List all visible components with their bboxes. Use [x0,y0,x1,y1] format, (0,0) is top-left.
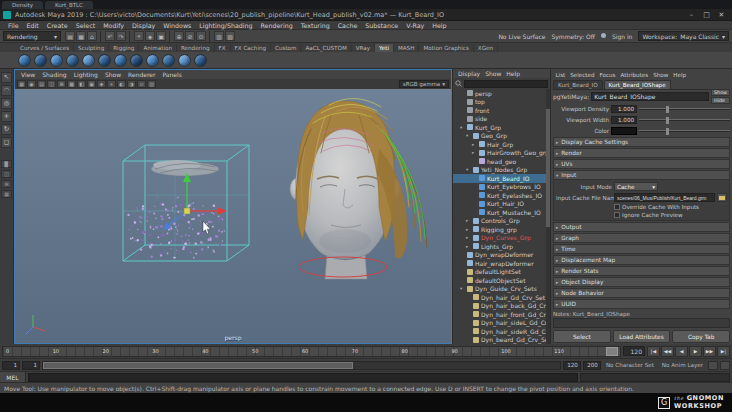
layout-shortcut-button[interactable]: ⊞ [1,180,12,188]
panel-menu-item[interactable]: Lighting [71,71,101,78]
panel-menu-item[interactable]: Shading [39,71,69,78]
menu-item[interactable]: Substance [361,22,402,29]
status-icon[interactable]: ⌖ [134,31,144,41]
layout-shortcut-button[interactable]: ▦ [1,190,12,198]
outliner-item[interactable]: top [453,98,550,107]
status-icon[interactable] [209,31,210,42]
shelf-tab[interactable]: FX Caching [231,44,271,52]
expand-arrow-icon[interactable]: ▸ [466,218,471,223]
attribute-section-header[interactable]: ▸ Graph [553,233,730,243]
attribute-editor-menu-item[interactable]: Help [671,72,689,78]
attribute-section-header[interactable]: ▸ Display Cache Settings [553,137,730,147]
command-language-toggle[interactable]: MEL [0,372,26,383]
menu-item[interactable]: Lighting/Shading [195,22,256,29]
attribute-section-header[interactable]: ▸ Object Display [553,277,730,287]
outliner-item[interactable]: Kurt_Eyebrows_IO [453,183,550,192]
node-tab[interactable]: Kurt_Beard_IOShape [604,80,671,89]
viewport-toolbar-icon[interactable]: ▩ [67,80,76,88]
color-swatch[interactable] [611,127,637,135]
viewport-toolbar-icon[interactable]: ◐ [117,80,126,88]
auto-key-icon[interactable] [708,361,718,370]
viewport-toolbar-icon[interactable]: ◧ [77,80,86,88]
shelf-tool-icon[interactable] [146,54,159,67]
shelf-tool-icon[interactable] [178,54,191,67]
shelf-tab[interactable]: Motion Graphics [419,44,473,52]
expand-arrow-icon[interactable]: ▸ [472,150,477,155]
attribute-editor-button[interactable]: Load Attributes [613,330,671,343]
status-icon[interactable]: ↶ [105,31,115,41]
attribute-section-header[interactable]: ▸ Node Behavior [553,288,730,298]
browser-tab[interactable]: Density [2,1,43,9]
viewport-toolbar-icon[interactable]: ⊙ [137,80,146,88]
attribute-editor-menu-item[interactable]: Attributes [618,72,651,78]
outliner-item[interactable]: ▾ Dyn_Guide_Crv_Sets [453,285,550,294]
viewport-toolbar-icon[interactable]: ▣ [87,80,96,88]
shelf-tab[interactable]: Animation [139,44,177,52]
menu-item[interactable]: Cache [334,22,362,29]
shelf-tab[interactable]: XGen [474,44,498,52]
viewport-toolbar-icon[interactable]: ◫ [47,80,56,88]
status-icon[interactable]: ▤ [65,31,75,41]
viewport-toolbar-icon[interactable]: ⌖ [107,80,116,88]
menu-item[interactable]: Select [72,22,99,29]
shelf-tab[interactable]: Curves / Surfaces [16,44,74,52]
outliner-item[interactable]: Dyn_wrapDeformer [453,251,550,260]
status-icon[interactable]: ⊘ [185,31,195,41]
show-button[interactable]: Show [711,89,730,96]
menu-item[interactable]: File [4,22,23,29]
outliner-item[interactable]: ▾ Kurt_Grp [453,123,550,132]
browse-folder-icon[interactable] [717,193,727,202]
viewport-toolbar-icon[interactable]: ▧ [147,80,156,88]
gamma-selector[interactable]: sRGB gamma ▾ [399,80,449,88]
outliner-item[interactable]: front [453,106,550,115]
viewport-canvas[interactable]: persp [15,89,451,343]
shelf-tool-icon[interactable] [162,54,175,67]
no-live-surface-label[interactable]: No Live Surface [498,33,545,40]
shelf-tool-icon[interactable] [18,54,31,67]
status-icon[interactable]: ⊙ [196,31,206,41]
attribute-section-header[interactable]: ▸ Time [553,244,730,254]
outliner-menu-item[interactable]: Show [483,70,503,77]
expand-arrow-icon[interactable]: ▸ [466,227,471,232]
attribute-editor-button[interactable]: Select [553,330,611,343]
outliner-item[interactable]: Kurt_Mustache_IO [453,208,550,217]
shelf-tool-icon[interactable] [82,54,95,67]
input-mode-select[interactable]: Cache ▾ [614,182,658,191]
scene-3d[interactable] [15,89,451,343]
shelf-tab[interactable]: Rigging [109,44,139,52]
workspace-selector[interactable]: Workspace: Maya Classic ▾ [638,31,729,41]
perspective-viewport[interactable]: ViewShadingLightingShowRendererPanels ▦◉… [14,69,452,344]
expand-arrow-icon[interactable]: ▸ [466,244,471,249]
tool-icon[interactable]: ◻ [1,137,12,148]
outliner-item[interactable]: side [453,115,550,124]
attribute-section-header[interactable]: ▸ Render Stats [553,266,730,276]
status-icon[interactable] [169,31,170,42]
width-slider[interactable] [639,119,730,121]
transport-button[interactable]: ▶▶ [703,346,716,357]
panel-menu-item[interactable]: View [18,71,38,78]
outliner-item[interactable]: head_geo [453,157,550,166]
status-icon[interactable]: ▥ [214,31,224,41]
expand-arrow-icon[interactable]: ▾ [460,125,465,130]
tool-icon[interactable]: ↻ [1,124,12,135]
outliner-item[interactable]: defaultObjectSet [453,276,550,285]
attribute-section-header[interactable]: ▸ Output [553,222,730,232]
shelf-tool-icon[interactable] [194,54,207,67]
menu-item[interactable]: Help [428,22,450,29]
viewport-toolbar-icon[interactable]: ◈ [97,80,106,88]
shelf-tab[interactable]: VRay [352,44,375,52]
outliner-item[interactable]: ▸ Rigging_grp [453,225,550,234]
shelf-tab[interactable]: Sculpting [74,44,109,52]
playback-end-field[interactable]: 120 [563,361,581,370]
status-icon[interactable]: ▦ [76,31,86,41]
shelf-tab[interactable]: MASH [394,44,419,52]
status-icon[interactable] [100,31,101,42]
current-time-indicator[interactable] [606,347,618,356]
expand-arrow-icon[interactable]: ▾ [466,167,471,172]
outliner-item[interactable]: ▸ HairGrowth_Geo_grp [453,149,550,158]
viewport-toolbar-icon[interactable]: ▤ [37,80,46,88]
animation-start-field[interactable]: 1 [2,361,20,370]
panel-menu-item[interactable]: Panels [159,71,184,78]
viewport-toolbar-icon[interactable]: ▦ [17,80,26,88]
cache-file-input[interactable] [614,193,715,202]
